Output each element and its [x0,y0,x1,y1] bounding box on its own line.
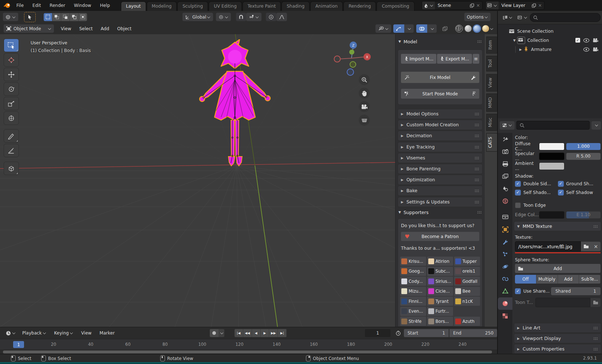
gizmos-dropdown[interactable] [404,24,414,33]
sidebar-tab[interactable]: CATS [486,133,497,152]
supporter-button[interactable]: Atirion [427,257,453,266]
frame-end-field[interactable]: End 250 [449,329,497,337]
diffuse-color-swatch[interactable] [539,143,564,150]
supporter-button[interactable]: Str4fe [400,317,426,326]
overlays-dropdown[interactable] [427,24,437,33]
toon-texture-input[interactable] [535,298,590,307]
tab-view-layer-icon[interactable] [498,170,512,182]
fix-model-button[interactable]: Fix Model [401,72,479,83]
select-mode-extend[interactable] [52,13,61,21]
shading-wireframe-icon[interactable] [455,25,463,32]
sidebar-tab[interactable]: Item [486,36,497,54]
checkbox[interactable] [515,190,521,195]
transport-button[interactable]: ◀◀ [243,329,252,337]
tool-select-box[interactable] [4,39,19,52]
navigation-gizmo[interactable]: Z X [328,37,375,77]
tab-particles-icon[interactable] [498,248,512,260]
supporter-button[interactable]: Even... [400,307,426,316]
nav-zoom-icon[interactable] [359,74,370,85]
checkbox[interactable] [515,181,521,187]
workspace-tab[interactable]: Animation [310,1,343,11]
outliner-search-input[interactable] [530,13,601,22]
supporter-button[interactable]: n1cK [454,297,480,306]
workspace-tab[interactable]: Rendering [343,1,376,11]
tab-constraints-icon[interactable] [498,273,512,285]
view-layer-selector[interactable]: View Layer × [485,1,544,10]
use-shared-checkbox[interactable] [515,288,521,294]
select-mode-subtract[interactable] [61,13,70,21]
scene-selector[interactable]: Scene × [422,1,483,10]
transport-button[interactable]: ▶ [261,329,269,337]
supporter-button[interactable]: Tyrant [427,297,453,306]
sidebar-tab[interactable]: Tool [486,56,497,71]
timeline-ruler[interactable]: 20406080100120140160180200220240 1 [0,339,497,349]
editor-type-dropdown[interactable] [3,13,18,21]
tool-scale[interactable] [4,97,19,110]
texture-clear-icon[interactable]: × [591,242,601,251]
outliner-filter-dropdown[interactable] [515,13,530,22]
nav-ortho-icon[interactable] [359,115,370,126]
camera-visibility-icon[interactable] [593,47,598,52]
ambient-color-swatch[interactable] [539,162,564,170]
checkbox[interactable] [558,181,564,187]
timeline-menu-item[interactable]: Keying [50,331,77,336]
tab-scene-icon[interactable] [498,182,512,195]
panel-grip[interactable] [593,225,598,228]
export-menu-button[interactable]: ≡ [473,54,479,64]
supporter-button[interactable]: Goog... [400,267,426,276]
tab-render-icon[interactable] [498,145,512,158]
select-mode-intersect[interactable] [79,13,87,21]
toon-folder-icon[interactable] [590,298,601,307]
collapsed-triangle-icon[interactable]: ▶ [519,48,522,51]
select-mode-set[interactable] [44,13,52,21]
panel-grip[interactable] [477,211,482,214]
workspace-tab[interactable]: Compositing [377,1,414,11]
specular-strength-slider[interactable]: R 5.00 [566,153,601,160]
overlays-toggle[interactable] [416,24,427,33]
current-frame-field[interactable]: 1 [365,329,390,337]
supporter-button[interactable]: Cody... [400,277,426,286]
tab-output-icon[interactable] [498,158,512,170]
shadow-checkbox-row[interactable]: Ground Sh... [558,181,601,187]
tool-measure[interactable] [4,144,19,157]
panel-grip[interactable] [475,112,479,115]
pivot-point-dropdown[interactable] [216,13,231,21]
toon-edge-row[interactable]: Toon Edge [515,201,601,209]
blend-mode-button[interactable]: Add [558,275,579,284]
sidebar-tab[interactable]: MMD [486,94,497,112]
supporter-button[interactable]: orels1 [454,267,480,276]
scene-browse-icon[interactable] [422,1,435,9]
scene-unlink-icon[interactable]: × [474,3,482,8]
shadow-checkbox-row[interactable]: Self Shado... [515,190,558,195]
hide-eye-icon[interactable] [583,47,590,52]
panel-grip[interactable] [475,123,479,126]
shared-toon-stepper[interactable]: Shared 1 [551,287,601,295]
blend-mode-button[interactable]: SubTe... [579,275,601,284]
view-layer-name[interactable]: View Layer [499,3,532,8]
sphere-add-button[interactable]: Add [515,264,601,273]
current-frame-badge[interactable]: 1 [13,341,24,348]
tab-physics-icon[interactable] [498,260,512,273]
properties-section-header[interactable]: ▶ Line Art [514,323,601,333]
scrollbar-thumb[interactable] [3,351,492,353]
workspace-tab[interactable]: Modeling [147,1,177,11]
view-layer-remove-icon[interactable]: × [536,3,544,8]
cats-section-header[interactable]: ▶ Model Options [398,109,483,119]
become-patron-button[interactable]: ♥ Become a Patron [401,232,479,241]
cats-section-header[interactable]: ▶ Eye Tracking [398,142,483,152]
tool-add-cube[interactable] [4,162,19,175]
properties-editor-type-dropdown[interactable] [500,121,515,130]
viewport-3d[interactable]: User Perspective (1) Collection | Body :… [0,34,497,327]
cats-section-header[interactable]: ▶ Bake [398,186,483,196]
proportional-falloff-dropdown[interactable] [276,13,287,21]
options-dropdown[interactable]: Options [464,13,491,21]
supporter-button[interactable]: Finni... [400,297,426,306]
auto-keying-record-button[interactable] [210,329,219,337]
tool-annotate[interactable] [4,129,19,143]
outliner-row-scene-collection[interactable]: Scene Collection [500,27,601,36]
menu-item[interactable]: Help [95,3,114,8]
workspace-tab[interactable]: Texture Paint [243,1,281,11]
import-model-button[interactable]: Import M... [401,54,436,64]
snap-toggle-magnet-icon[interactable] [236,13,246,21]
outliner-display-mode-dropdown[interactable] [500,13,515,22]
